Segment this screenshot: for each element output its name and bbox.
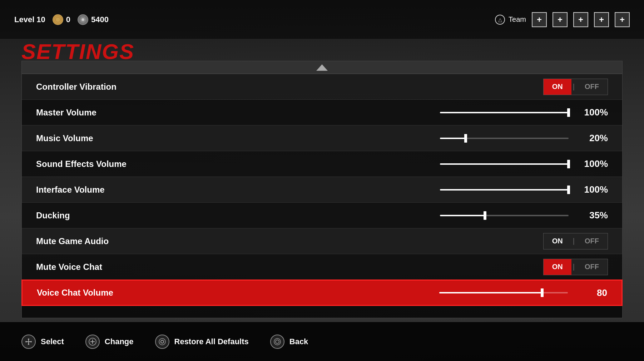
toggle-mute-voice-chat[interactable]: ON | OFF (543, 259, 608, 275)
back-icon (270, 335, 284, 349)
back-label: Back (289, 337, 308, 346)
control-mute-voice-chat[interactable]: ON | OFF (543, 259, 608, 275)
page-title: SETTINGS (21, 39, 134, 64)
slider-music-volume[interactable] (440, 138, 569, 139)
setting-sound-effects-volume[interactable]: Sound Effects Volume 100% (22, 151, 622, 177)
svg-point-6 (30, 341, 32, 342)
slider-thumb-voice-chat-volume[interactable] (541, 288, 544, 297)
setting-interface-volume[interactable]: Interface Volume 100% (22, 177, 622, 203)
svg-point-14 (274, 338, 281, 345)
action-select[interactable]: Select (21, 335, 64, 349)
control-master-volume[interactable]: 100% (440, 107, 608, 118)
settings-panel: Controller Vibration ON | OFF Master Vol… (21, 61, 623, 318)
label-ducking: Ducking (36, 211, 179, 221)
toggle-on-mute-game-audio[interactable]: ON (544, 233, 571, 249)
control-mute-game-audio[interactable]: ON | OFF (543, 233, 608, 249)
slider-thumb-interface-volume[interactable] (567, 186, 570, 194)
value-music-volume: 20% (579, 133, 608, 144)
toggle-off-mute-voice-chat[interactable]: OFF (576, 259, 608, 275)
svg-point-13 (161, 340, 164, 343)
coin-icon (53, 14, 63, 25)
slider-master-volume[interactable] (440, 112, 569, 113)
select-label: Select (41, 337, 64, 346)
toggle-off-mute-game-audio[interactable]: OFF (576, 233, 608, 249)
setting-controller-vibration[interactable]: Controller Vibration ON | OFF (22, 74, 622, 100)
change-icon (85, 335, 100, 349)
setting-master-volume[interactable]: Master Volume 100% (22, 100, 622, 125)
select-icon (21, 335, 36, 349)
svg-point-0 (55, 17, 60, 22)
top-bar: Level 10 0 5400 △ Team + + + (0, 0, 644, 39)
currency1: 0 (53, 14, 70, 25)
svg-point-7 (28, 338, 29, 340)
slider-voice-chat-volume[interactable] (439, 292, 568, 293)
value-sound-effects-volume: 100% (579, 158, 608, 169)
control-sound-effects-volume[interactable]: 100% (440, 158, 608, 169)
slider-fill-sound-effects-volume (440, 163, 569, 165)
control-music-volume[interactable]: 20% (440, 133, 608, 144)
slider-fill-interface-volume (440, 189, 569, 191)
toggle-on-controller-vibration[interactable]: ON (544, 79, 571, 95)
action-restore[interactable]: Restore All Defaults (155, 335, 249, 349)
control-ducking[interactable]: 35% (440, 210, 608, 221)
toggle-off-controller-vibration[interactable]: OFF (576, 79, 608, 95)
slider-interface-volume[interactable] (440, 189, 569, 191)
slider-fill-ducking (440, 215, 485, 216)
label-sound-effects-volume: Sound Effects Volume (36, 159, 179, 169)
currency2-value: 5400 (91, 15, 109, 24)
plus-btn-3[interactable]: + (573, 12, 588, 27)
setting-ducking[interactable]: Ducking 35% (22, 203, 622, 228)
top-right: △ Team + + + + + (495, 12, 630, 27)
plus-btn-5[interactable]: + (615, 12, 630, 27)
slider-thumb-ducking[interactable] (484, 211, 486, 220)
label-controller-vibration: Controller Vibration (36, 82, 179, 92)
currency2: 5400 (78, 14, 109, 25)
svg-point-1 (81, 18, 84, 21)
control-voice-chat-volume[interactable]: 80 (439, 287, 607, 298)
label-mute-game-audio: Mute Game Audio (36, 236, 179, 246)
control-controller-vibration[interactable]: ON | OFF (543, 79, 608, 95)
plus-btn-2[interactable]: + (553, 12, 568, 27)
level-label: Level 10 (14, 15, 45, 24)
control-interface-volume[interactable]: 100% (440, 184, 608, 195)
toggle-mute-game-audio[interactable]: ON | OFF (543, 233, 608, 249)
svg-point-5 (25, 341, 27, 342)
gear-icon (78, 14, 88, 25)
arrow-up-icon (316, 64, 328, 71)
restore-icon (155, 335, 169, 349)
scroll-up-arrow[interactable] (22, 61, 622, 74)
action-back[interactable]: Back (270, 335, 308, 349)
slider-ducking[interactable] (440, 215, 569, 216)
team-label: Team (509, 15, 526, 24)
slider-thumb-sound-effects-volume[interactable] (567, 160, 570, 168)
value-master-volume: 100% (579, 107, 608, 118)
value-ducking: 35% (579, 210, 608, 221)
triangle-icon: △ (495, 15, 505, 25)
currency1-value: 0 (66, 15, 70, 24)
label-master-volume: Master Volume (36, 108, 179, 118)
label-mute-voice-chat: Mute Voice Chat (36, 262, 179, 272)
label-voice-chat-volume: Voice Chat Volume (37, 288, 180, 298)
svg-point-8 (28, 343, 29, 345)
change-label: Change (105, 337, 134, 346)
setting-mute-game-audio[interactable]: Mute Game Audio ON | OFF (22, 228, 622, 254)
setting-music-volume[interactable]: Music Volume 20% (22, 125, 622, 151)
setting-voice-chat-volume[interactable]: Voice Chat Volume 80 (22, 280, 622, 306)
setting-mute-voice-chat[interactable]: Mute Voice Chat ON | OFF (22, 254, 622, 280)
value-interface-volume: 100% (579, 184, 608, 195)
toggle-controller-vibration[interactable]: ON | OFF (543, 79, 608, 95)
slider-thumb-master-volume[interactable] (567, 108, 570, 117)
slider-fill-voice-chat-volume (439, 292, 542, 293)
action-change[interactable]: Change (85, 335, 134, 349)
plus-btn-4[interactable]: + (594, 12, 609, 27)
slider-sound-effects-volume[interactable] (440, 163, 569, 165)
svg-point-12 (159, 338, 165, 345)
value-voice-chat-volume: 80 (579, 287, 607, 298)
bottom-bar: Select Change Restore All Defaults (0, 322, 644, 361)
toggle-on-mute-voice-chat[interactable]: ON (544, 259, 571, 275)
team-section: △ Team (495, 15, 526, 25)
restore-label: Restore All Defaults (174, 337, 249, 346)
slider-thumb-music-volume[interactable] (464, 134, 467, 143)
svg-point-15 (276, 340, 279, 343)
plus-btn-1[interactable]: + (532, 12, 547, 27)
